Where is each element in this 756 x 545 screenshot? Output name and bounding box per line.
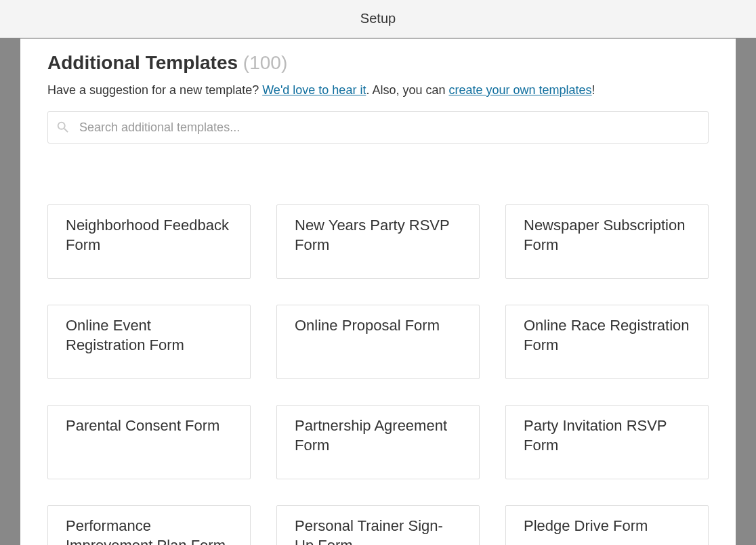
create-template-link[interactable]: create your own templates bbox=[448, 83, 591, 97]
template-card-title: Pledge Drive Form bbox=[524, 517, 648, 536]
templates-grid: Neighborhood Feedback FormNew Years Part… bbox=[47, 204, 709, 545]
template-card[interactable]: Partnership Agreement Form bbox=[276, 405, 480, 479]
template-card-title: Partnership Agreement Form bbox=[295, 416, 461, 455]
template-card[interactable]: Personal Trainer Sign-Up Form bbox=[276, 505, 480, 545]
suggestion-link[interactable]: We'd love to hear it bbox=[262, 83, 366, 97]
panel-header: Additional Templates (100) Have a sugges… bbox=[20, 39, 736, 144]
template-card[interactable]: Online Event Registration Form bbox=[47, 305, 251, 379]
template-card[interactable]: Newspaper Subscription Form bbox=[505, 204, 709, 279]
template-card-title: Online Proposal Form bbox=[295, 316, 440, 336]
topbar: Setup bbox=[0, 0, 756, 38]
template-card[interactable]: Neighborhood Feedback Form bbox=[47, 204, 251, 279]
content-panel: Additional Templates (100) Have a sugges… bbox=[20, 39, 736, 545]
section-title: Additional Templates bbox=[47, 52, 238, 73]
templates-scrollpane[interactable]: Neighborhood Feedback FormNew Years Part… bbox=[20, 171, 736, 545]
template-card-title: Personal Trainer Sign-Up Form bbox=[295, 517, 461, 545]
template-card-title: Parental Consent Form bbox=[66, 416, 219, 436]
template-card-title: Performance Improvement Plan Form bbox=[66, 517, 232, 545]
template-card[interactable]: Online Race Registration Form bbox=[505, 305, 709, 379]
outer-frame: Additional Templates (100) Have a sugges… bbox=[0, 38, 756, 545]
template-card[interactable]: Parental Consent Form bbox=[47, 405, 251, 479]
template-card-title: New Years Party RSVP Form bbox=[295, 216, 461, 255]
template-card-title: Online Race Registration Form bbox=[524, 316, 690, 355]
search-input[interactable] bbox=[47, 111, 709, 144]
section-count: (100) bbox=[243, 52, 287, 73]
template-card[interactable]: New Years Party RSVP Form bbox=[276, 204, 480, 279]
template-card[interactable]: Online Proposal Form bbox=[276, 305, 480, 379]
template-card-title: Online Event Registration Form bbox=[66, 316, 232, 355]
subtext-prefix: Have a suggestion for a new template? bbox=[47, 83, 262, 97]
template-card-title: Neighborhood Feedback Form bbox=[66, 216, 232, 255]
template-card-title: Newspaper Subscription Form bbox=[524, 216, 690, 255]
section-heading: Additional Templates (100) bbox=[47, 52, 709, 74]
template-card[interactable]: Performance Improvement Plan Form bbox=[47, 505, 251, 545]
template-card[interactable]: Party Invitation RSVP Form bbox=[505, 405, 709, 479]
page-title: Setup bbox=[360, 11, 396, 26]
search-wrap bbox=[47, 111, 709, 144]
section-subtext: Have a suggestion for a new template? We… bbox=[47, 83, 709, 97]
template-card[interactable]: Pledge Drive Form bbox=[505, 505, 709, 545]
template-card-title: Party Invitation RSVP Form bbox=[524, 416, 690, 455]
subtext-mid: . Also, you can bbox=[366, 83, 448, 97]
subtext-suffix: ! bbox=[592, 83, 595, 97]
